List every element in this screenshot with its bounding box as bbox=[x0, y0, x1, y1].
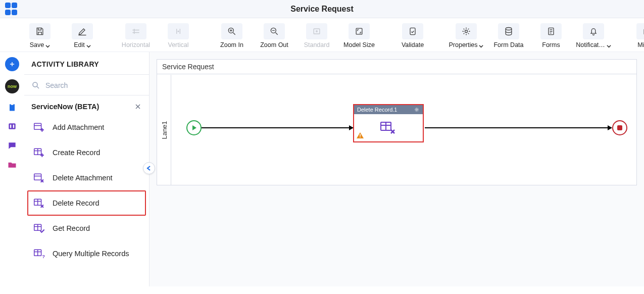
notifications-label: Notificat… bbox=[576, 41, 605, 48]
zoom-out-button[interactable]: Zoom Out bbox=[255, 23, 294, 48]
group-name: ServiceNow (BETA) bbox=[31, 103, 99, 111]
zoom-out-label: Zoom Out bbox=[260, 41, 288, 48]
add-attachment-icon bbox=[33, 122, 46, 133]
svg-rect-5 bbox=[356, 28, 362, 34]
form-data-button[interactable]: Form Data bbox=[489, 23, 528, 48]
svg-rect-19 bbox=[34, 174, 41, 180]
activity-label: Get Record bbox=[53, 224, 90, 232]
svg-rect-11 bbox=[10, 104, 15, 111]
activity-label: Add Attachment bbox=[53, 123, 104, 131]
svg-rect-13 bbox=[9, 123, 15, 129]
chevron-down-icon bbox=[45, 43, 50, 47]
svg-rect-12 bbox=[11, 104, 14, 105]
forms-button[interactable]: Forms bbox=[531, 23, 571, 48]
canvas-area: Service Request Lane1 Delete Record.1 bbox=[150, 52, 644, 286]
main-toolbar: Save Edit Horizontal Vertical Zoom In Zo… bbox=[0, 18, 644, 52]
svg-rect-15 bbox=[13, 125, 15, 128]
standard-label: Standard bbox=[304, 41, 330, 48]
flow-arrow bbox=[202, 127, 353, 128]
warning-icon bbox=[356, 132, 364, 140]
svg-point-8 bbox=[506, 28, 512, 30]
horizontal-button: Horizontal bbox=[116, 23, 156, 48]
svg-rect-14 bbox=[10, 125, 11, 128]
edit-button[interactable]: Edit bbox=[63, 23, 102, 48]
validate-label: Validate bbox=[402, 41, 424, 48]
zoom-in-button[interactable]: Zoom In bbox=[212, 23, 252, 48]
gear-icon[interactable] bbox=[414, 107, 420, 113]
chevron-down-icon bbox=[607, 43, 611, 47]
chevron-left-icon bbox=[146, 166, 152, 171]
horizontal-align-icon bbox=[131, 26, 141, 36]
add-button[interactable] bbox=[5, 57, 19, 71]
folder-rail-icon[interactable] bbox=[7, 159, 18, 170]
page-title: Service Request bbox=[0, 5, 644, 14]
activity-delete-record[interactable]: Delete Record bbox=[27, 190, 146, 216]
search-icon bbox=[31, 81, 40, 90]
app-switcher-icon[interactable] bbox=[5, 3, 18, 16]
forms-icon bbox=[546, 26, 556, 36]
create-record-icon bbox=[33, 147, 46, 158]
close-group-button[interactable] bbox=[134, 103, 142, 111]
node-title: Delete Record.1 bbox=[357, 107, 398, 113]
notifications-button[interactable]: Notificat… bbox=[574, 23, 613, 48]
svg-rect-17 bbox=[34, 123, 41, 129]
app-header: Service Request bbox=[0, 0, 644, 18]
form-data-label: Form Data bbox=[493, 41, 523, 48]
save-icon bbox=[35, 26, 45, 36]
misc-label: Misc bbox=[637, 41, 644, 48]
gear-icon bbox=[461, 26, 471, 36]
svg-point-24 bbox=[416, 109, 418, 111]
svg-rect-3 bbox=[314, 29, 320, 34]
end-node[interactable] bbox=[612, 120, 627, 135]
delete-record-icon bbox=[33, 198, 46, 209]
start-node[interactable] bbox=[186, 120, 202, 135]
activity-get-record[interactable]: Get Record bbox=[27, 216, 146, 241]
validate-button[interactable]: Validate bbox=[393, 23, 432, 48]
form-rail-icon[interactable] bbox=[7, 121, 18, 132]
servicenow-rail-icon[interactable]: now bbox=[5, 79, 19, 93]
vertical-align-icon bbox=[173, 26, 183, 36]
vertical-label: Vertical bbox=[168, 41, 189, 48]
svg-point-4 bbox=[316, 31, 318, 32]
activity-delete-attachment[interactable]: Delete Attachment bbox=[27, 165, 146, 190]
zoom-in-label: Zoom In bbox=[220, 41, 243, 48]
lane-label: Lane1 bbox=[158, 75, 171, 185]
activity-query-multiple-records[interactable]: ? Query Multiple Records bbox=[27, 241, 146, 266]
activity-label: Query Multiple Records bbox=[53, 250, 129, 258]
vertical-button: Vertical bbox=[159, 23, 198, 48]
misc-icon bbox=[642, 26, 644, 36]
save-button[interactable]: Save bbox=[20, 23, 60, 48]
chevron-down-icon bbox=[479, 43, 483, 47]
activity-node-delete-record[interactable]: Delete Record.1 bbox=[353, 104, 424, 142]
query-multiple-icon: ? bbox=[33, 248, 46, 259]
forms-label: Forms bbox=[542, 41, 560, 48]
search-row bbox=[24, 77, 149, 95]
svg-rect-26 bbox=[360, 134, 361, 136]
activity-label: Delete Record bbox=[53, 199, 100, 207]
stop-icon bbox=[617, 125, 622, 130]
bell-icon bbox=[588, 26, 599, 36]
activity-label: Create Record bbox=[53, 149, 100, 157]
collapse-panel-button[interactable] bbox=[143, 162, 155, 174]
model-size-button[interactable]: Model Size bbox=[339, 23, 379, 48]
properties-label: Properties bbox=[449, 41, 478, 48]
zoom-in-icon bbox=[227, 26, 237, 36]
activity-group-header: ServiceNow (BETA) bbox=[24, 97, 149, 115]
activity-create-record[interactable]: Create Record bbox=[27, 140, 146, 165]
delete-record-icon bbox=[380, 120, 397, 135]
model-size-label: Model Size bbox=[343, 41, 375, 48]
workflow-canvas[interactable]: Service Request Lane1 Delete Record.1 bbox=[157, 59, 637, 185]
misc-button[interactable]: Misc bbox=[627, 23, 644, 48]
delete-attachment-icon bbox=[33, 172, 46, 183]
svg-text:?: ? bbox=[42, 254, 45, 259]
search-input[interactable] bbox=[45, 81, 142, 89]
zoom-out-icon bbox=[269, 26, 279, 36]
edit-label: Edit bbox=[74, 41, 85, 48]
chat-rail-icon[interactable] bbox=[7, 140, 18, 151]
left-rail: now bbox=[0, 52, 24, 286]
horizontal-label: Horizontal bbox=[122, 41, 150, 48]
activity-label: Delete Attachment bbox=[53, 174, 113, 182]
activity-add-attachment[interactable]: Add Attachment bbox=[27, 115, 146, 140]
properties-button[interactable]: Properties bbox=[447, 23, 486, 48]
clipboard-rail-icon[interactable] bbox=[7, 102, 18, 113]
